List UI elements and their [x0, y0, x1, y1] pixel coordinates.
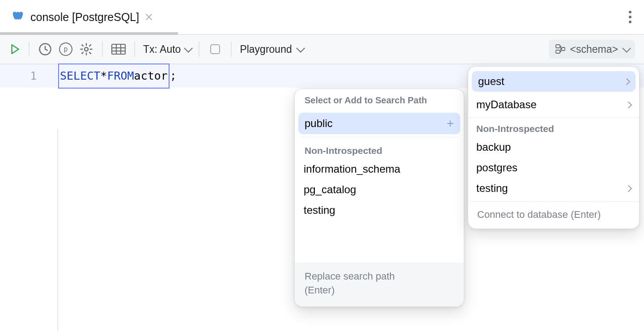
search-path-footer: Replace search path (Enter) — [295, 263, 464, 306]
svg-rect-8 — [556, 50, 560, 53]
tx-mode-dropdown[interactable]: Tx: Auto — [143, 43, 191, 55]
run-icon[interactable] — [9, 43, 21, 55]
line-number: 1 — [0, 64, 58, 88]
sql-selection: SELECT * FROM actor — [58, 64, 169, 89]
svg-rect-7 — [556, 45, 560, 48]
history-icon[interactable] — [38, 42, 53, 57]
db-item-testing[interactable]: testing — [468, 178, 639, 199]
svg-rect-2 — [112, 44, 125, 54]
p-circle-icon[interactable]: p — [59, 42, 72, 56]
schema-icon — [555, 44, 566, 54]
tab-title: console [PostgreSQL] — [30, 11, 139, 24]
chevron-down-icon — [184, 44, 193, 53]
popup-spacer — [295, 221, 464, 263]
toolbar-separator — [199, 42, 199, 57]
chevron-right-icon — [623, 78, 631, 85]
toolbar-separator — [102, 42, 103, 57]
search-path-item-public[interactable]: public + — [298, 113, 460, 134]
db-item-postgres[interactable]: postgres — [468, 157, 639, 178]
stop-icon[interactable] — [208, 42, 223, 57]
token-semicolon: ; — [170, 64, 177, 88]
search-path-item-label: testing — [304, 204, 335, 216]
search-path-item[interactable]: testing — [295, 200, 464, 221]
database-popup: guest myDatabase Non-Introspected backup… — [468, 66, 640, 229]
search-path-item-label: information_schema — [304, 163, 400, 175]
non-introspected-title: Non-Introspected — [468, 118, 639, 137]
db-item-label: backup — [476, 141, 511, 153]
code-text: SELECT * FROM actor ; — [58, 64, 177, 88]
db-item-guest[interactable]: guest — [472, 71, 636, 92]
close-icon[interactable] — [145, 13, 153, 21]
db-item-label: guest — [478, 75, 504, 88]
search-path-item[interactable]: information_schema — [295, 159, 464, 179]
db-item-label: postgres — [476, 161, 517, 174]
toolbar-separator — [134, 42, 135, 57]
chevron-right-icon — [625, 101, 632, 108]
toolbar: p Tx: Auto Playground <schema> — [0, 35, 644, 64]
db-item-label: testing — [476, 182, 508, 195]
gutter-border — [57, 129, 58, 331]
editor-area: 1 SELECT * FROM actor ; Select or Add to… — [0, 64, 644, 331]
tx-mode-label: Tx: Auto — [143, 43, 181, 55]
table-icon[interactable] — [111, 42, 126, 57]
database-popup-footer: Connect to database (Enter) — [468, 202, 639, 229]
db-item-label: myDatabase — [476, 98, 537, 111]
keyword-select: SELECT — [60, 64, 100, 88]
gear-icon[interactable] — [79, 42, 94, 57]
chevron-down-icon — [296, 44, 305, 53]
footer-line: Replace search path — [305, 270, 454, 284]
chevron-right-icon — [625, 185, 632, 192]
postgresql-icon — [13, 11, 24, 23]
identifier-actor: actor — [134, 64, 168, 88]
kebab-menu-icon[interactable] — [629, 11, 631, 23]
schema-selector[interactable]: <schema> — [549, 40, 635, 59]
chevron-down-icon — [622, 44, 631, 53]
search-path-item-label: pg_catalog — [304, 183, 356, 196]
non-introspected-title: Non-Introspected — [295, 140, 464, 159]
svg-point-1 — [85, 47, 88, 51]
search-path-title: Select or Add to Search Path — [295, 89, 464, 110]
divider — [301, 137, 458, 137]
editor-tab[interactable]: console [PostgreSQL] — [0, 0, 162, 34]
plus-icon[interactable]: + — [447, 116, 454, 131]
tab-bar: console [PostgreSQL] — [0, 0, 644, 35]
search-path-popup: Select or Add to Search Path public + No… — [294, 89, 464, 307]
toolbar-separator — [231, 42, 232, 57]
footer-line: (Enter) — [305, 284, 454, 297]
db-item-mydatabase[interactable]: myDatabase — [468, 94, 639, 115]
search-path-item[interactable]: pg_catalog — [295, 179, 464, 200]
db-item-backup[interactable]: backup — [468, 137, 639, 157]
playground-label: Playground — [240, 43, 292, 55]
token-star: * — [100, 64, 107, 88]
search-path-item-label: public — [305, 117, 333, 130]
keyword-from: FROM — [107, 64, 134, 88]
svg-rect-9 — [562, 47, 565, 51]
playground-dropdown[interactable]: Playground — [240, 43, 302, 55]
schema-label: <schema> — [570, 43, 618, 55]
toolbar-separator — [29, 42, 30, 57]
